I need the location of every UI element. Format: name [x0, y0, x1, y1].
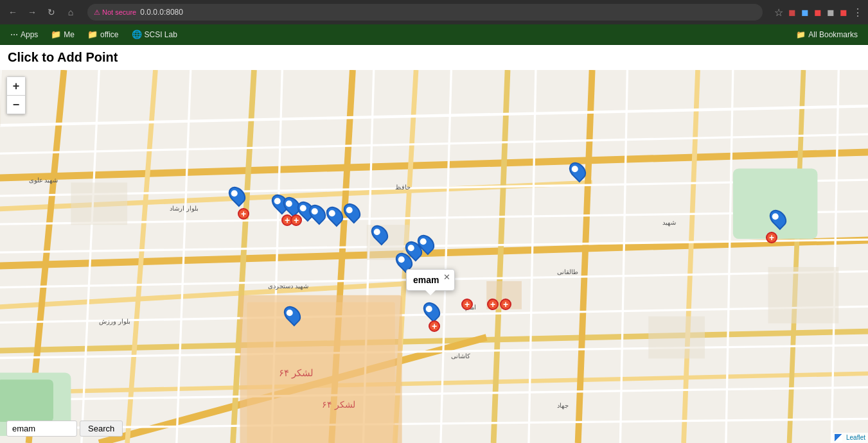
search-button[interactable]: Search	[80, 421, 123, 437]
popup-label: emam	[413, 275, 439, 285]
folder-icon-all: 📁	[796, 30, 806, 39]
ext-icon-5[interactable]: ◼	[840, 7, 847, 17]
svg-rect-38	[247, 302, 394, 443]
popup-close-button[interactable]: ✕	[443, 272, 450, 282]
ext-icon-3[interactable]: ◼	[814, 7, 822, 17]
svg-text:جهاد: جهاد	[557, 402, 569, 410]
search-input[interactable]	[6, 421, 77, 437]
leaflet-attribution: Leaflet	[832, 433, 868, 443]
svg-text:طالقانی: طالقانی	[557, 268, 578, 275]
ext-icon-1[interactable]: ◼	[788, 7, 796, 17]
map-pin-blue-emam[interactable]	[425, 301, 439, 320]
bookmarks-office[interactable]: 📁 office	[82, 28, 123, 41]
map-pin-blue-1[interactable]	[230, 186, 244, 205]
svg-text:حافظ: حافظ	[395, 184, 411, 191]
svg-text:بلوار ورزش: بلوار ورزش	[99, 318, 130, 326]
folder-icon-me: 📁	[51, 30, 61, 39]
scsi-icon: 🌐	[132, 30, 142, 39]
svg-text:کاشانی: کاشانی	[451, 352, 470, 360]
page-title: Click to Add Point	[0, 45, 868, 70]
apps-grid-icon: ⋅⋅⋅	[10, 30, 18, 39]
svg-text:شهید دستجردی: شهید دستجردی	[268, 282, 308, 290]
svg-text:شهید علوی: شهید علوی	[29, 177, 58, 184]
security-label: Not secure	[102, 8, 136, 16]
bookmarks-apps[interactable]: ⋅⋅⋅ Apps	[5, 28, 43, 41]
map-pin-blue-5[interactable]	[310, 204, 324, 223]
search-bar: Search	[6, 421, 123, 437]
map-pin-blue-15[interactable]	[771, 209, 785, 228]
url-display: 0.0.0.0:8080	[140, 8, 183, 17]
office-label: office	[100, 30, 118, 39]
home-button[interactable]: ⌂	[63, 4, 78, 20]
me-label: Me	[64, 30, 75, 39]
leaflet-icon	[835, 434, 842, 442]
svg-text:بلوار ارشاد: بلوار ارشاد	[170, 205, 199, 213]
zoom-out-button[interactable]: −	[7, 96, 25, 114]
svg-rect-40	[733, 168, 818, 239]
map-pin-red-7[interactable]: +	[429, 320, 440, 332]
svg-text:لشکر ۶۴: لشکر ۶۴	[279, 367, 314, 379]
map-pin-blue-8[interactable]	[373, 224, 387, 243]
map-pin-blue-6[interactable]	[328, 205, 342, 225]
map-pin-red-8[interactable]: +	[766, 232, 777, 243]
svg-rect-46	[648, 317, 705, 359]
forward-button[interactable]: →	[24, 4, 40, 20]
all-bookmarks[interactable]: 📁 All Bookmarks	[791, 28, 863, 41]
address-bar[interactable]: ⚠ Not secure 0.0.0.0:8080	[87, 4, 763, 21]
ext-icon-4[interactable]: ◼	[827, 7, 835, 17]
svg-text:شهید: شهید	[662, 219, 676, 227]
warning-icon: ⚠	[94, 8, 100, 17]
map-pin-red-6[interactable]: +	[500, 299, 511, 310]
all-bookmarks-label: All Bookmarks	[808, 30, 858, 39]
map-pin-blue-7[interactable]	[345, 202, 359, 222]
map-pin-red-1[interactable]: +	[238, 208, 249, 220]
map-pin-red-4[interactable]: +	[461, 299, 473, 310]
svg-rect-41	[0, 379, 53, 422]
browser-toolbar: ☆ ◼ ◼ ◼ ◼ ◼ ⋮	[774, 6, 863, 19]
page-content: Click to Add Point	[0, 45, 868, 443]
zoom-in-button[interactable]: +	[7, 77, 25, 95]
browser-chrome: ← → ↻ ⌂ ⚠ Not secure 0.0.0.0:8080 ☆ ◼ ◼ …	[0, 0, 868, 24]
map-container[interactable]: لشکر ۶۴ لشکر ۶۴ لشکر ۶۴ شهید علوی بلوار …	[0, 70, 868, 443]
scsi-label: SCSI Lab	[145, 30, 177, 39]
svg-rect-47	[768, 267, 839, 324]
svg-rect-42	[0, 70, 1, 126]
apps-label: Apps	[21, 30, 38, 39]
map-pin-red-5[interactable]: +	[487, 299, 499, 310]
bookmarks-me[interactable]: 📁 Me	[46, 28, 80, 41]
leaflet-link[interactable]: Leaflet	[846, 434, 865, 441]
map-pin-blue-14[interactable]	[571, 161, 585, 180]
zoom-controls: + −	[6, 76, 26, 114]
security-indicator: ⚠ Not secure	[94, 8, 136, 17]
map-popup: emam ✕	[406, 269, 455, 291]
map-pin-red-3[interactable]: +	[290, 214, 302, 226]
bookmarks-scsi[interactable]: 🌐 SCSI Lab	[127, 28, 182, 41]
map-pin-blue-13[interactable]	[285, 305, 299, 324]
star-icon[interactable]: ☆	[774, 6, 783, 19]
ext-icon-2[interactable]: ◼	[801, 7, 809, 17]
map-pin-blue-11[interactable]	[397, 252, 411, 271]
reload-button[interactable]: ↻	[44, 4, 59, 20]
svg-rect-43	[71, 182, 127, 225]
back-button[interactable]: ←	[5, 4, 21, 20]
popup-arrow	[425, 290, 436, 295]
folder-icon-office: 📁	[87, 30, 98, 39]
map-background: لشکر ۶۴ لشکر ۶۴ لشکر ۶۴ شهید علوی بلوار …	[0, 70, 868, 443]
bookmarks-bar: ⋅⋅⋅ Apps 📁 Me 📁 office 🌐 SCSI Lab 📁 All …	[0, 24, 868, 45]
svg-text:لشکر ۶۴: لشکر ۶۴	[322, 399, 355, 410]
more-button[interactable]: ⋮	[853, 6, 863, 19]
